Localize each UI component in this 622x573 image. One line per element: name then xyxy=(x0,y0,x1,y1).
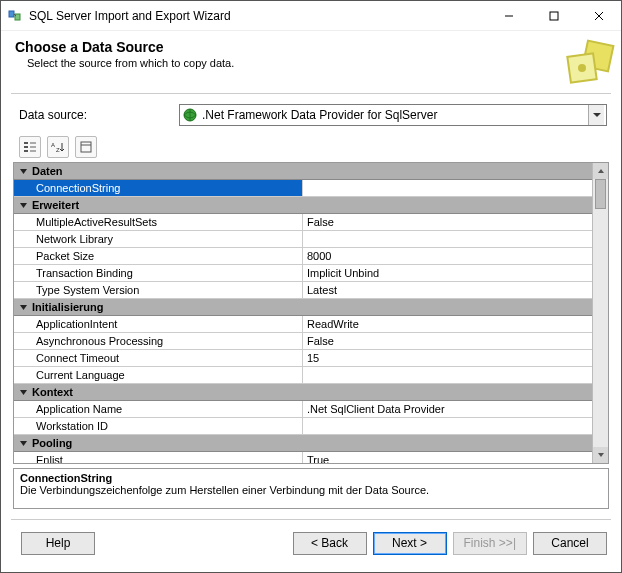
svg-text:A: A xyxy=(51,142,55,148)
category-header[interactable]: Pooling xyxy=(14,435,592,452)
close-button[interactable] xyxy=(576,1,621,30)
maximize-button[interactable] xyxy=(531,1,576,30)
datasource-selected: .Net Framework Data Provider for SqlServ… xyxy=(202,108,588,122)
alphabetical-button[interactable]: AZ xyxy=(47,136,69,158)
svg-text:Z: Z xyxy=(56,147,60,153)
property-row[interactable]: Workstation ID xyxy=(14,418,592,435)
svg-rect-1 xyxy=(15,14,20,20)
svg-marker-28 xyxy=(598,453,604,457)
svg-marker-23 xyxy=(20,203,27,208)
property-row[interactable]: Transaction BindingImplicit Unbind xyxy=(14,265,592,282)
property-name: Workstation ID xyxy=(14,418,303,434)
svg-marker-26 xyxy=(20,441,27,446)
property-value[interactable]: ReadWrite xyxy=(303,316,592,332)
property-name: MultipleActiveResultSets xyxy=(14,214,303,230)
chevron-down-icon xyxy=(14,303,32,312)
property-value[interactable]: False xyxy=(303,333,592,349)
app-icon xyxy=(7,8,23,24)
property-name: Type System Version xyxy=(14,282,303,298)
property-name: ConnectionString xyxy=(14,180,303,196)
page-subtitle: Select the source from which to copy dat… xyxy=(27,57,607,69)
property-row[interactable]: Asynchronous ProcessingFalse xyxy=(14,333,592,350)
property-name: ApplicationIntent xyxy=(14,316,303,332)
property-value[interactable] xyxy=(303,418,592,434)
wizard-footer: Help < Back Next > Finish >>| Cancel xyxy=(1,520,621,566)
svg-marker-27 xyxy=(598,169,604,173)
category-label: Pooling xyxy=(32,437,72,449)
title-bar: SQL Server Import and Export Wizard xyxy=(1,1,621,31)
category-header[interactable]: Daten xyxy=(14,163,592,180)
category-label: Erweitert xyxy=(32,199,79,211)
property-name: Application Name xyxy=(14,401,303,417)
svg-marker-24 xyxy=(20,305,27,310)
property-grid: DatenConnectionStringErweitertMultipleAc… xyxy=(13,162,609,464)
description-panel: ConnectionString Die Verbindungszeichenf… xyxy=(13,468,609,509)
property-name: Enlist xyxy=(14,452,303,463)
datasource-dropdown[interactable]: .Net Framework Data Provider for SqlServ… xyxy=(179,104,607,126)
property-row[interactable]: Type System VersionLatest xyxy=(14,282,592,299)
datasource-row: Data source: .Net Framework Data Provide… xyxy=(1,94,621,134)
property-value[interactable]: 15 xyxy=(303,350,592,366)
description-title: ConnectionString xyxy=(20,472,602,484)
minimize-button[interactable] xyxy=(486,1,531,30)
category-header[interactable]: Initialisierung xyxy=(14,299,592,316)
property-value[interactable] xyxy=(303,180,592,196)
category-header[interactable]: Erweitert xyxy=(14,197,592,214)
svg-rect-13 xyxy=(24,146,28,148)
property-row[interactable]: Application Name.Net SqlClient Data Prov… xyxy=(14,401,592,418)
property-row[interactable]: MultipleActiveResultSetsFalse xyxy=(14,214,592,231)
svg-rect-14 xyxy=(24,150,28,152)
svg-point-8 xyxy=(578,64,586,72)
dropdown-arrow-icon xyxy=(588,105,604,125)
property-row[interactable]: EnlistTrue xyxy=(14,452,592,463)
property-name: Network Library xyxy=(14,231,303,247)
property-value[interactable]: Implicit Unbind xyxy=(303,265,592,281)
scroll-up-button[interactable] xyxy=(593,163,608,179)
property-name: Transaction Binding xyxy=(14,265,303,281)
category-label: Daten xyxy=(32,165,63,177)
svg-rect-17 xyxy=(30,150,36,152)
svg-rect-16 xyxy=(30,146,36,148)
property-name: Connect Timeout xyxy=(14,350,303,366)
property-value[interactable]: 8000 xyxy=(303,248,592,264)
property-pages-button[interactable] xyxy=(75,136,97,158)
help-button[interactable]: Help xyxy=(21,532,95,555)
chevron-down-icon xyxy=(14,439,32,448)
wizard-header: Choose a Data Source Select the source f… xyxy=(1,31,621,93)
svg-rect-15 xyxy=(30,142,36,144)
categorized-button[interactable] xyxy=(19,136,41,158)
property-row[interactable]: Packet Size8000 xyxy=(14,248,592,265)
chevron-down-icon xyxy=(14,388,32,397)
svg-rect-20 xyxy=(81,142,91,152)
property-row[interactable]: ApplicationIntentReadWrite xyxy=(14,316,592,333)
cancel-button[interactable]: Cancel xyxy=(533,532,607,555)
page-title: Choose a Data Source xyxy=(15,39,607,55)
property-name: Asynchronous Processing xyxy=(14,333,303,349)
svg-rect-3 xyxy=(550,12,558,20)
chevron-down-icon xyxy=(14,201,32,210)
property-row[interactable]: ConnectionString xyxy=(14,180,592,197)
property-row[interactable]: Network Library xyxy=(14,231,592,248)
category-header[interactable]: Kontext xyxy=(14,384,592,401)
globe-icon xyxy=(182,107,198,123)
property-row[interactable]: Connect Timeout15 xyxy=(14,350,592,367)
property-value[interactable] xyxy=(303,231,592,247)
property-value[interactable]: .Net SqlClient Data Provider xyxy=(303,401,592,417)
property-value[interactable]: False xyxy=(303,214,592,230)
back-button[interactable]: < Back xyxy=(293,532,367,555)
category-label: Initialisierung xyxy=(32,301,104,313)
category-label: Kontext xyxy=(32,386,73,398)
property-name: Current Language xyxy=(14,367,303,383)
property-value[interactable]: True xyxy=(303,452,592,463)
header-decoration-icon xyxy=(563,35,615,89)
property-row[interactable]: Current Language xyxy=(14,367,592,384)
scroll-down-button[interactable] xyxy=(593,447,608,463)
property-value[interactable] xyxy=(303,367,592,383)
property-grid-toolbar: AZ xyxy=(1,134,621,160)
property-value[interactable]: Latest xyxy=(303,282,592,298)
chevron-down-icon xyxy=(14,167,32,176)
datasource-label: Data source: xyxy=(19,108,179,122)
scrollbar-thumb[interactable] xyxy=(595,179,606,209)
vertical-scrollbar[interactable] xyxy=(592,163,608,463)
next-button[interactable]: Next > xyxy=(373,532,447,555)
